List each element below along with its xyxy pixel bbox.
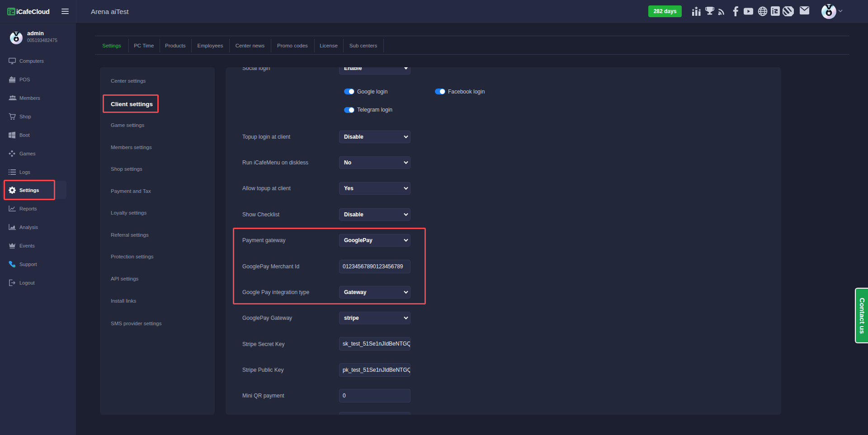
svg-text:PLATINUM: PLATINUM bbox=[13, 32, 20, 34]
svg-text:PLATINUM: PLATINUM bbox=[825, 5, 833, 7]
